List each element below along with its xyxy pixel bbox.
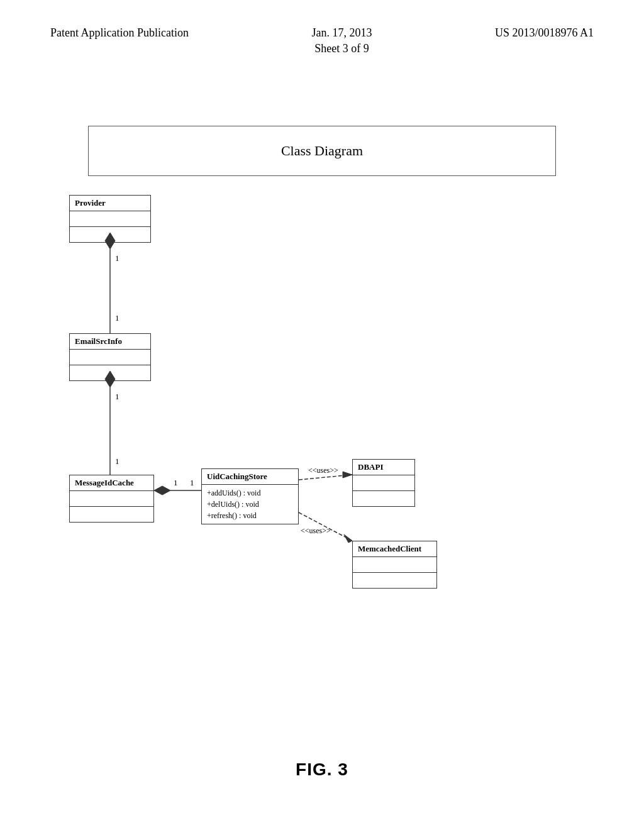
page-header: Patent Application Publication Jan. 17, … — [0, 25, 644, 57]
uidcachingstore-class: UidCachingStore +addUids() : void +delUi… — [201, 468, 299, 524]
emailsrcinfo-methods — [70, 365, 150, 380]
uidcachingstore-methods: +addUids() : void +delUids() : void +ref… — [202, 485, 298, 524]
emailsrcinfo-name: EmailSrcInfo — [75, 336, 122, 346]
svg-line-12 — [299, 475, 352, 480]
svg-text:1: 1 — [115, 392, 119, 401]
dbapi-attributes — [353, 475, 414, 491]
provider-attributes — [70, 211, 150, 227]
provider-name: Provider — [75, 198, 106, 208]
sheet-label: Sheet 3 of 9 — [311, 41, 372, 57]
memcachedclient-methods — [353, 573, 436, 588]
emailsrcinfo-attributes — [70, 350, 150, 365]
date-label: Jan. 17, 2013 — [311, 25, 372, 41]
svg-text:1: 1 — [115, 313, 119, 323]
svg-text:<<uses>>: <<uses>> — [308, 466, 338, 475]
patent-number: US 2013/0018976 A1 — [495, 25, 594, 41]
provider-class-header: Provider — [70, 196, 150, 211]
provider-methods — [70, 227, 150, 242]
memcachedclient-name: MemcachedClient — [358, 544, 421, 553]
date-sheet: Jan. 17, 2013 Sheet 3 of 9 — [311, 25, 372, 57]
messageidcache-name: MessageIdCache — [75, 478, 134, 487]
svg-text:1: 1 — [115, 456, 119, 466]
emailsrcinfo-class-header: EmailSrcInfo — [70, 334, 150, 350]
patent-label: US 2013/0018976 A1 — [495, 26, 594, 39]
svg-text:1: 1 — [190, 478, 194, 487]
figure-caption: FIG. 3 — [0, 760, 644, 780]
messageidcache-attributes — [70, 491, 153, 507]
diagram-title: Class Diagram — [281, 143, 363, 159]
provider-class: Provider — [69, 195, 151, 243]
svg-marker-8 — [154, 486, 170, 495]
diagram-title-box: Class Diagram — [88, 126, 556, 176]
uidcachingstore-class-header: UidCachingStore — [202, 469, 298, 485]
memcachedclient-attributes — [353, 557, 436, 573]
svg-marker-13 — [343, 472, 352, 478]
dbapi-name: DBAPI — [358, 462, 383, 472]
method-addUids: +addUids() : void — [207, 487, 293, 499]
svg-text:1: 1 — [174, 478, 178, 487]
figure-label: FIG. 3 — [296, 760, 348, 779]
dbapi-methods — [353, 491, 414, 506]
publication-label: Patent Application Publication — [50, 26, 189, 39]
method-refresh: +refresh() : void — [207, 510, 293, 521]
diagram-area: Class Diagram Provider EmailSrcInfo Mess… — [50, 126, 594, 704]
svg-text:<<uses>>: <<uses>> — [301, 526, 331, 535]
memcachedclient-class: MemcachedClient — [352, 541, 437, 589]
dbapi-class: DBAPI — [352, 459, 415, 507]
dbapi-class-header: DBAPI — [353, 460, 414, 475]
messageidcache-methods — [70, 507, 153, 522]
publication-title: Patent Application Publication — [50, 25, 189, 41]
messageidcache-class-header: MessageIdCache — [70, 475, 153, 491]
method-delUids: +delUids() : void — [207, 499, 293, 510]
svg-marker-16 — [344, 534, 352, 543]
svg-line-15 — [299, 512, 352, 541]
messageidcache-class: MessageIdCache — [69, 475, 154, 523]
uidcachingstore-name: UidCachingStore — [207, 472, 267, 481]
emailsrcinfo-class: EmailSrcInfo — [69, 333, 151, 381]
svg-text:1: 1 — [115, 253, 119, 263]
memcachedclient-class-header: MemcachedClient — [353, 541, 436, 557]
